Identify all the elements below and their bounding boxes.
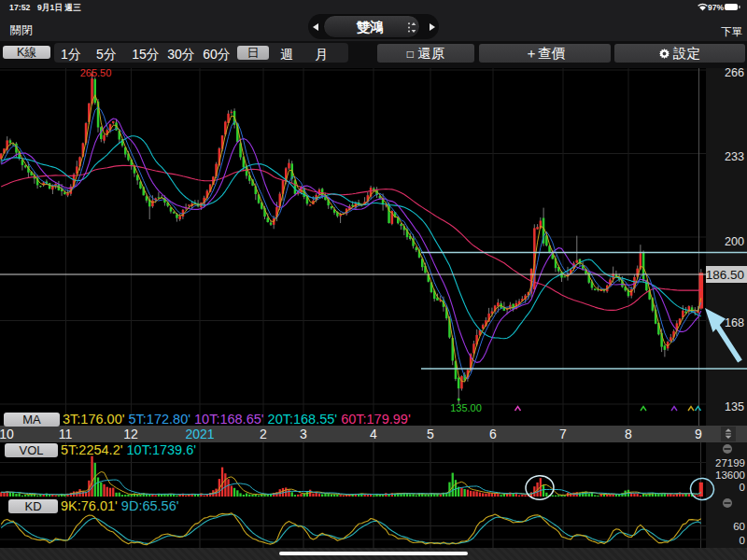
svg-text:266: 266 <box>725 66 744 79</box>
svg-text:135: 135 <box>725 400 744 413</box>
svg-text:186.50: 186.50 <box>706 268 744 282</box>
svg-text:60: 60 <box>733 521 745 532</box>
svg-text:233: 233 <box>725 150 744 163</box>
svg-text:0: 0 <box>740 535 745 546</box>
svg-text:13600: 13600 <box>715 469 745 481</box>
svg-text:135.00: 135.00 <box>450 402 482 413</box>
svg-text:200: 200 <box>725 235 744 248</box>
svg-text:0: 0 <box>740 482 745 493</box>
svg-text:265.50: 265.50 <box>80 67 112 78</box>
svg-text:27199: 27199 <box>715 457 745 469</box>
svg-text:168: 168 <box>725 316 744 329</box>
